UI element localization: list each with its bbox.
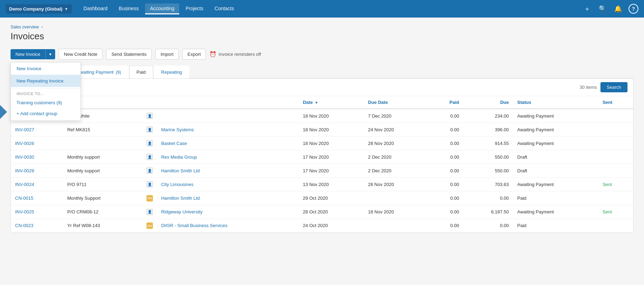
table-row[interactable]: INV-0024 P/O 9711 👤 City Limousines 13 N…: [11, 178, 633, 191]
cell-to[interactable]: Basket Case: [157, 137, 299, 150]
col-header-due-date[interactable]: Due Date: [364, 96, 429, 109]
cell-ref: [63, 137, 142, 150]
cell-date: 29 Oct 2020: [299, 191, 364, 205]
cell-date: 28 Oct 2020: [299, 205, 364, 219]
breadcrumb[interactable]: Sales overview ›: [11, 25, 633, 29]
search-button[interactable]: Search: [600, 82, 627, 92]
contact-link[interactable]: Hamilton Smith Ltd: [161, 195, 200, 201]
cell-to[interactable]: DIISR - Small Business Services: [157, 219, 299, 233]
table-row[interactable]: CN-0023 Yr Ref W08-143 CN DIISR - Small …: [11, 219, 633, 233]
cell-paid: 0.00: [429, 219, 463, 233]
import-button[interactable]: Import: [155, 49, 179, 60]
table-row[interactable]: CN-0015 Monthly Support CN Hamilton Smit…: [11, 191, 633, 205]
cell-icon: 👤: [142, 123, 157, 137]
notifications-icon[interactable]: 🔔: [613, 4, 623, 14]
cell-to[interactable]: Hamilton Smith Ltd: [157, 191, 299, 205]
cell-paid: 0.00: [429, 205, 463, 219]
cell-date: 17 Nov 2020: [299, 150, 364, 164]
invoice-reminders-button[interactable]: ⏰ Invoice reminders off: [209, 51, 261, 58]
new-invoice-button[interactable]: New Invoice: [11, 49, 45, 59]
add-icon[interactable]: ＋: [582, 4, 592, 14]
cell-due: 550.00: [463, 150, 513, 164]
company-chevron-icon: ▼: [65, 7, 68, 11]
cell-to[interactable]: City Limousines: [157, 178, 299, 191]
dropdown-contact-group[interactable]: Training customers (9): [11, 97, 80, 108]
col-header-paid[interactable]: Paid: [429, 96, 463, 109]
breadcrumb-parent[interactable]: Sales overview: [11, 25, 39, 29]
cell-to[interactable]: Marine Systems: [157, 123, 299, 137]
invoice-tabs: Awaiting Approval (0) Awaiting Payment (…: [11, 65, 633, 78]
new-credit-note-button[interactable]: New Credit Note: [59, 49, 103, 60]
col-header-due[interactable]: Due: [463, 96, 513, 109]
cell-status: Paid: [513, 191, 598, 205]
cell-date: 17 Nov 2020: [299, 164, 364, 178]
cell-paid: 0.00: [429, 123, 463, 137]
table-row[interactable]: INV-0030 Monthly support 👤 Rex Media Gro…: [11, 150, 633, 164]
cell-to[interactable]: Rex Media Group: [157, 150, 299, 164]
tab-repeating[interactable]: Repeating: [154, 66, 189, 78]
table-row[interactable]: INV-0025 P/O CRM08-12 👤 Ridgeway Univers…: [11, 205, 633, 219]
cell-due: 0.00: [463, 219, 513, 233]
new-invoice-dropdown-toggle[interactable]: ▾: [45, 49, 55, 59]
col-header-status[interactable]: Status: [513, 96, 598, 109]
nav-business[interactable]: Business: [114, 4, 144, 14]
help-icon[interactable]: ?: [629, 4, 638, 14]
cell-status: Awaiting Payment: [513, 109, 598, 123]
invoices-table-container: 30 items Search Number Ref Date ▼ Due Da…: [11, 78, 633, 233]
col-header-date[interactable]: Date ▼: [299, 96, 364, 109]
col-header-sent[interactable]: Sent: [598, 96, 633, 109]
cn-icon: CN: [147, 195, 153, 201]
tab-awaiting-payment-count: (9): [116, 70, 121, 75]
cell-to[interactable]: Hamilton Smith Ltd: [157, 164, 299, 178]
cell-to[interactable]: Ridgeway University: [157, 205, 299, 219]
cell-sent: [598, 123, 633, 137]
cell-status: Paid: [513, 219, 598, 233]
cell-icon: 👤: [142, 137, 157, 150]
company-selector[interactable]: Demo Company (Global) ▼: [6, 4, 72, 14]
contact-link[interactable]: Basket Case: [161, 141, 187, 146]
nav-dashboard[interactable]: Dashboard: [79, 4, 113, 14]
table-row[interactable]: INV-0029 Monthly support 👤 Hamilton Smit…: [11, 164, 633, 178]
contact-link[interactable]: City Limousines: [161, 182, 194, 187]
nav-contacts[interactable]: Contacts: [210, 4, 239, 14]
dropdown-add-contact-group[interactable]: + Add contact group: [11, 108, 80, 120]
contact-link[interactable]: Ridgeway University: [161, 209, 203, 214]
contact-link[interactable]: Hamilton Smith Ltd: [161, 168, 200, 173]
dropdown-new-invoice[interactable]: New Invoice: [11, 62, 80, 75]
cell-due-date: 28 Nov 2020: [364, 137, 429, 150]
send-statements-button[interactable]: Send Statements: [106, 49, 152, 60]
cell-status: Draft: [513, 164, 598, 178]
col-header-to[interactable]: [157, 96, 299, 109]
cell-status: Awaiting Payment: [513, 137, 598, 150]
table-header-row: Number Ref Date ▼ Due Date Paid Due Stat…: [11, 96, 633, 109]
cell-paid: 0.00: [429, 137, 463, 150]
table-row[interactable]: INV-0028 GB1-White 👤 18 Nov 2020 7 Dec 2…: [11, 109, 633, 123]
invoices-table: Number Ref Date ▼ Due Date Paid Due Stat…: [11, 96, 633, 233]
tab-paid-label: Paid: [137, 69, 146, 75]
search-icon[interactable]: 🔍: [598, 4, 607, 14]
cell-ref: P/O 9711: [63, 178, 142, 191]
nav-projects[interactable]: Projects: [181, 4, 208, 14]
table-row[interactable]: INV-0027 Ref MK815 👤 Marine Systems 18 N…: [11, 123, 633, 137]
export-button[interactable]: Export: [182, 49, 206, 60]
clock-icon: ⏰: [209, 51, 216, 58]
cell-number: INV-0029: [11, 164, 63, 178]
cell-ref: Monthly Support: [63, 191, 142, 205]
nav-accounting[interactable]: Accounting: [145, 4, 179, 14]
contact-link[interactable]: DIISR - Small Business Services: [161, 223, 228, 228]
table-row[interactable]: INV-0026 👤 Basket Case 18 Nov 2020 28 No…: [11, 137, 633, 150]
tab-paid[interactable]: Paid: [129, 66, 153, 78]
cell-due-date: 24 Nov 2020: [364, 123, 429, 137]
cell-icon: CN: [142, 219, 157, 233]
contact-link[interactable]: Rex Media Group: [161, 154, 197, 160]
dropdown-new-repeating-invoice[interactable]: New Repeating Invoice: [11, 75, 80, 87]
cell-sent: [598, 191, 633, 205]
contact-link[interactable]: Marine Systems: [161, 127, 194, 132]
person-icon: 👤: [147, 154, 153, 160]
cell-sent: [598, 137, 633, 150]
pointer-arrow: [0, 105, 7, 120]
cell-sent: [598, 164, 633, 178]
cell-icon: 👤: [142, 164, 157, 178]
cell-to[interactable]: [157, 109, 299, 123]
cell-due-date: [364, 219, 429, 233]
